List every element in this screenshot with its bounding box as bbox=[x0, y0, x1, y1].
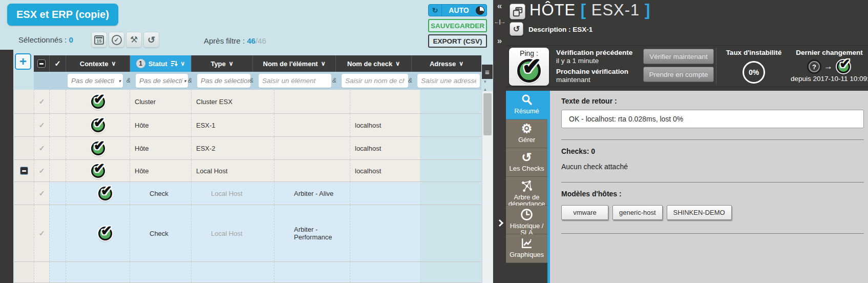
bracket: [ bbox=[581, 1, 586, 19]
verification-info: Vérification précédente il y a 1 minute … bbox=[556, 49, 639, 84]
ping-status-card: Ping : bbox=[509, 48, 549, 86]
save-label: SAUVEGARDER bbox=[431, 22, 484, 30]
row-address-cell bbox=[350, 262, 420, 282]
row-select-cell[interactable]: ✓ bbox=[34, 90, 49, 113]
row-select-cell[interactable]: ✓ bbox=[34, 114, 49, 136]
filter-and-separator: & bbox=[332, 77, 336, 84]
row-checkname-cell bbox=[274, 90, 350, 113]
separator bbox=[561, 182, 864, 183]
row-contexte-cell bbox=[49, 262, 66, 282]
select-all-header[interactable]: ✓ bbox=[49, 55, 66, 72]
tools-button[interactable]: ⚒ bbox=[126, 32, 142, 48]
sort-order-badge: 1 bbox=[136, 59, 145, 68]
collapse-row-icon[interactable] bbox=[20, 167, 28, 175]
selected-counter: Sélectionnés : 0 bbox=[18, 35, 73, 44]
collapse-panel-icon[interactable]: « bbox=[493, 1, 506, 11]
tab-historique-sla[interactable]: Historique / SLA bbox=[506, 206, 547, 234]
acknowledge-label: Prendre en compte bbox=[649, 71, 708, 78]
row-select-cell[interactable]: ✓ bbox=[34, 182, 49, 205]
filter-adresse-input[interactable] bbox=[417, 74, 480, 88]
schedule-button[interactable]: 15 bbox=[91, 32, 107, 48]
prev-check-value: il y a 1 minute bbox=[556, 57, 639, 65]
open-detail-icon[interactable] bbox=[493, 218, 506, 228]
table-row[interactable]: ✓HôteESX-1localhost bbox=[14, 114, 481, 137]
row-expand-cell[interactable] bbox=[14, 160, 34, 181]
next-check-label: Prochaine vérification bbox=[556, 68, 639, 76]
row-checkname-cell bbox=[274, 160, 350, 181]
host-windows-icon bbox=[512, 6, 523, 17]
row-select-cell[interactable]: ✓ bbox=[34, 137, 49, 159]
tab-graphiques[interactable]: Graphiques bbox=[506, 234, 547, 263]
template-button[interactable]: vmware bbox=[561, 205, 608, 220]
column-label: Adresse bbox=[430, 60, 456, 68]
ok-status-icon bbox=[98, 187, 112, 200]
add-element-button[interactable]: + bbox=[15, 53, 31, 70]
tab-r-sum[interactable]: Résumé bbox=[506, 91, 547, 119]
column-header-statut[interactable]: 1 Statut ∨ bbox=[130, 55, 191, 72]
caret-down-icon: ▾ bbox=[182, 78, 186, 84]
table-row[interactable] bbox=[14, 262, 481, 283]
template-button[interactable]: generic-host bbox=[612, 205, 663, 220]
tab-g-rer[interactable]: ⚙Gérer bbox=[506, 119, 547, 148]
check-now-button[interactable]: Vérifier maintenant bbox=[643, 49, 714, 64]
column-header-adresse[interactable]: Adresse∨ bbox=[411, 55, 481, 72]
row-name-cell: Local Host bbox=[191, 182, 274, 205]
tab-arbre-de-d-pendance[interactable]: Arbre de dépendance bbox=[506, 177, 547, 206]
row-type-cell: Check bbox=[130, 182, 191, 205]
table-row[interactable]: ✓ClusterCluster ESX bbox=[14, 90, 481, 114]
table-row[interactable]: ✓CheckLocal HostArbiter - Performance bbox=[14, 205, 481, 262]
filter-name-input[interactable] bbox=[259, 74, 331, 88]
scrollbar-thumb[interactable] bbox=[483, 93, 492, 135]
row-address-cell: localhost bbox=[350, 160, 420, 181]
vertical-separator bbox=[716, 48, 716, 85]
filter-statut-select[interactable]: Pas de sélecti▾ bbox=[136, 74, 188, 88]
selected-count: 0 bbox=[69, 35, 73, 44]
reload-description-button[interactable]: ↺ bbox=[510, 22, 523, 36]
reset-button[interactable]: ↺ bbox=[143, 32, 159, 48]
column-header-contexte[interactable]: Contexte∨ bbox=[66, 55, 130, 72]
filter-check-input[interactable] bbox=[342, 74, 408, 88]
row-select-cell[interactable] bbox=[34, 262, 49, 282]
column-header-type[interactable]: Type∨ bbox=[191, 55, 252, 72]
row-select-cell[interactable]: ✓ bbox=[34, 205, 49, 261]
row-name-cell: ESX-2 bbox=[191, 137, 274, 159]
chevron-down-icon: ∨ bbox=[459, 60, 463, 67]
tab-les-checks[interactable]: ↺Les Checks bbox=[506, 148, 547, 177]
table-row[interactable]: ✓CheckLocal HostArbiter - Alive bbox=[14, 182, 481, 205]
column-header-nom-check[interactable]: Nom de check∨ bbox=[335, 55, 411, 72]
output-text-input[interactable] bbox=[561, 110, 864, 128]
resize-panel-icon[interactable]: ←|→ bbox=[493, 18, 506, 25]
entity-type-title: HÔTE bbox=[530, 1, 576, 19]
filter-contexte-select[interactable]: Pas de sélecti▾ bbox=[68, 74, 123, 88]
row-contexte-cell bbox=[49, 182, 66, 205]
arrow-right-icon: → bbox=[824, 62, 833, 72]
acknowledge-button[interactable]: Prendre en compte bbox=[643, 67, 714, 82]
table-row[interactable]: ✓HôteESX-2localhost bbox=[14, 137, 481, 160]
auto-refresh-toggle[interactable]: ↻ AUTO bbox=[428, 4, 487, 16]
row-select-cell[interactable]: ✓ bbox=[34, 160, 49, 181]
row-status-cell bbox=[66, 137, 130, 159]
acknowledge-button[interactable]: ✓ bbox=[109, 32, 124, 48]
view-title-button[interactable]: ESX et ERP (copie) bbox=[7, 4, 118, 26]
after-filter-total: /46 bbox=[256, 36, 266, 45]
save-button[interactable]: SAUVEGARDER bbox=[428, 19, 487, 32]
template-button[interactable]: SHINKEN-DEMO bbox=[667, 205, 732, 220]
column-menu-button[interactable]: ≡ bbox=[482, 65, 493, 79]
row-status-cell bbox=[66, 205, 130, 261]
expand-panel-icon[interactable]: » bbox=[493, 36, 506, 46]
row-name-cell: ESX-1 bbox=[191, 114, 274, 136]
table-scrollbar[interactable] bbox=[482, 91, 493, 283]
collapse-all-header[interactable] bbox=[34, 55, 49, 72]
table-row[interactable]: ✓HôteLocal Hostlocalhost bbox=[14, 160, 481, 182]
clock-icon bbox=[506, 208, 547, 221]
filter-type-select[interactable]: Pas de sélectior▾ bbox=[197, 74, 250, 88]
scroll-up-hint-icon[interactable]: ▾ bbox=[484, 79, 486, 84]
separator bbox=[561, 233, 864, 234]
collapse-all-icon bbox=[37, 59, 46, 68]
column-header-nom-element[interactable]: Nom de l'élément∨ bbox=[252, 55, 335, 72]
row-address-cell bbox=[350, 90, 420, 113]
column-label: Contexte bbox=[80, 60, 109, 68]
export-csv-button[interactable]: EXPORT (CSV) bbox=[428, 34, 487, 48]
host-type-button[interactable] bbox=[510, 4, 525, 19]
ok-status-icon bbox=[91, 141, 105, 155]
